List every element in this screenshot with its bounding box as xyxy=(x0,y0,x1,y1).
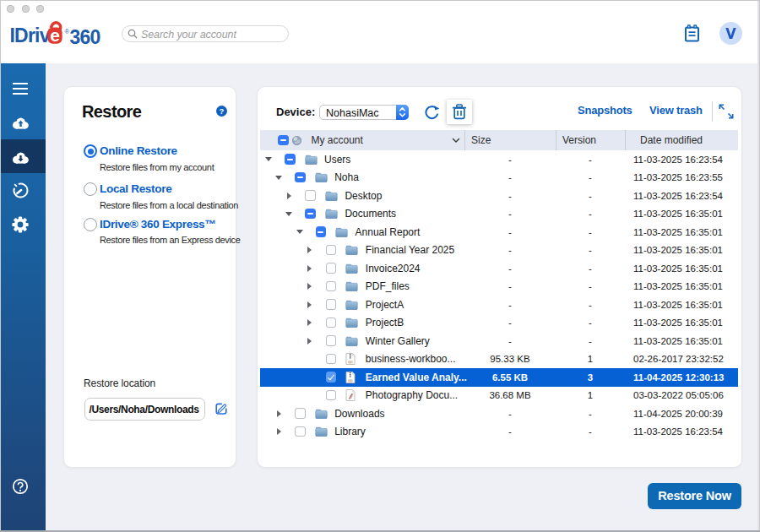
svg-text:360: 360 xyxy=(70,26,100,48)
svg-text:?: ? xyxy=(220,106,225,116)
svg-text:e: e xyxy=(50,25,60,45)
svg-text:IDriv: IDriv xyxy=(10,24,51,46)
